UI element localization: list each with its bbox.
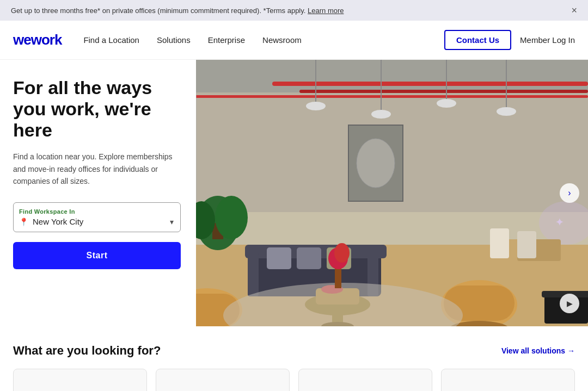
svg-point-8 [306,102,326,110]
location-pin-icon: 📍 [19,218,28,226]
chevron-down-icon: ▾ [170,218,174,226]
member-login-link[interactable]: Member Log In [520,35,575,45]
section-title: What are you looking for? [13,344,161,358]
svg-rect-4 [272,82,588,86]
contact-us-button[interactable]: Contact Us [444,30,511,50]
hero-next-arrow-button[interactable]: › [560,183,579,203]
main-nav: Find a Location Solutions Enterprise New… [83,35,444,45]
header: wework Find a Location Solutions Enterpr… [0,21,588,60]
solution-card-2[interactable] [156,369,290,391]
svg-point-14 [497,107,516,116]
start-button[interactable]: Start [13,242,181,269]
announcement-bar: Get up to three months free* on private … [0,0,588,21]
solution-card-1[interactable] [13,369,147,391]
svg-point-54 [334,243,350,263]
svg-rect-50 [517,231,536,258]
hero-play-button[interactable]: ▶ [560,294,579,313]
solution-card-3[interactable] [298,369,432,391]
announcement-close-button[interactable]: × [571,5,577,15]
svg-point-10 [371,110,391,119]
bottom-section: What are you looking for? View all solut… [0,326,588,391]
hero-subtitle: Find a location near you. Explore member… [13,151,181,187]
svg-rect-49 [490,228,509,258]
svg-rect-27 [267,247,291,269]
solutions-row [13,369,575,391]
svg-rect-25 [248,253,259,296]
svg-text:✦: ✦ [555,217,564,228]
play-icon: ▶ [567,299,573,308]
view-all-solutions-link[interactable]: View all solutions → [501,346,575,355]
nav-find-location[interactable]: Find a Location [83,35,139,45]
workspace-label: Find Workspace In [19,208,174,215]
chevron-right-icon: › [568,188,571,198]
svg-rect-52 [335,266,341,288]
hero-title: For all the ways you work, we're here [13,77,181,141]
workspace-city-value: New York City [33,217,170,226]
svg-point-22 [215,196,248,239]
svg-point-44 [357,139,395,188]
nav-solutions[interactable]: Solutions [157,35,191,45]
nav-enterprise[interactable]: Enterprise [208,35,245,45]
workspace-input-row: 📍 New York City ▾ [19,217,174,226]
bottom-header: What are you looking for? View all solut… [13,344,575,358]
svg-rect-5 [299,90,588,93]
announcement-text: Get up to three months free* on private … [11,7,344,15]
nav-newsroom[interactable]: Newsroom [262,35,302,45]
hero-content-card: For all the ways you work, we're here Fi… [0,60,196,326]
hero-section: ✦ For all the ways you work, we're here … [0,60,588,326]
solution-card-4[interactable] [441,369,575,391]
svg-rect-28 [297,247,321,269]
header-actions: Contact Us Member Log In [444,30,575,50]
logo[interactable]: wework [13,32,62,48]
learn-more-link[interactable]: Learn more [308,7,344,15]
svg-point-12 [437,99,456,108]
workspace-input-wrapper[interactable]: Find Workspace In 📍 New York City ▾ [13,202,181,232]
